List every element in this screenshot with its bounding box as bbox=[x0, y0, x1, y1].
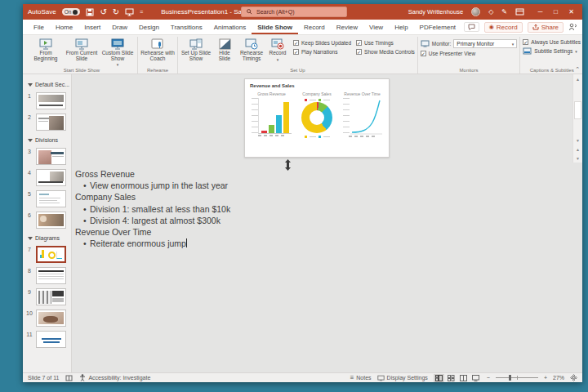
tab-insert[interactable]: Insert bbox=[78, 20, 106, 34]
section-default[interactable]: Default Sec... bbox=[23, 79, 71, 90]
record-button-label: Record bbox=[497, 24, 518, 31]
slide-show-view-button[interactable] bbox=[470, 374, 481, 382]
tab-record[interactable]: Record bbox=[298, 20, 331, 34]
minimize-button[interactable]: ─ bbox=[532, 4, 548, 20]
diamond-icon[interactable]: ◇ bbox=[488, 8, 493, 16]
keep-slides-updated-checkbox[interactable]: ✓ Keep Slides Updated bbox=[293, 40, 351, 46]
autosave-label: AutoSave bbox=[28, 8, 56, 16]
slide-sorter-view-button[interactable] bbox=[446, 374, 457, 382]
scrollbar-thumb[interactable] bbox=[574, 101, 581, 119]
autosave-toggle[interactable]: On bbox=[62, 8, 81, 16]
slide-thumbnail-3[interactable]: 3 bbox=[23, 148, 71, 165]
zoom-level[interactable]: 27% bbox=[553, 375, 564, 381]
slide-thumbnail-6[interactable]: 6 bbox=[23, 212, 71, 229]
subtitle-settings-button[interactable]: Subtitle Settings ▾ bbox=[523, 47, 577, 55]
present-icon[interactable] bbox=[125, 8, 134, 16]
tab-view[interactable]: View bbox=[363, 20, 389, 34]
use-timings-checkbox[interactable]: ✓ Use Timings bbox=[356, 40, 415, 46]
customize-qat-button[interactable]: = bbox=[140, 8, 143, 16]
zoom-in-button[interactable]: + bbox=[544, 375, 547, 381]
collapse-ribbon-button[interactable]: ⌃ bbox=[575, 66, 580, 73]
previous-slide-button[interactable]: ▲ bbox=[573, 145, 582, 154]
slide-thumbnail-4[interactable]: 4 bbox=[23, 169, 71, 186]
avatar[interactable] bbox=[471, 7, 480, 16]
vertical-scrollbar[interactable]: ▲ ▼ ▲ ▼ bbox=[572, 74, 582, 163]
tab-home[interactable]: Home bbox=[50, 20, 78, 34]
comments-button[interactable] bbox=[464, 22, 479, 32]
tab-animations[interactable]: Animations bbox=[208, 20, 252, 34]
slide-thumbnail-9[interactable]: 9 bbox=[23, 288, 71, 305]
tab-draw[interactable]: Draw bbox=[106, 20, 133, 34]
ribbon-display-options-icon[interactable] bbox=[515, 8, 524, 16]
pencil-icon[interactable]: ✎ bbox=[501, 8, 507, 16]
slide-thumbnail-11[interactable]: 11 bbox=[23, 331, 71, 348]
next-slide-button[interactable]: ▼ bbox=[573, 154, 582, 163]
undo-button[interactable]: ↺ bbox=[100, 8, 106, 16]
use-presenter-view-checkbox[interactable]: ✓ Use Presenter View bbox=[421, 51, 475, 56]
slide-thumbnail-1[interactable]: 1 bbox=[23, 92, 71, 109]
always-use-subtitles-checkbox[interactable]: ✓ Always Use Subtitles bbox=[523, 39, 581, 45]
share-button[interactable]: Share bbox=[528, 22, 564, 33]
slide-thumbnail-10[interactable]: 10 bbox=[23, 310, 71, 327]
maximize-button[interactable]: □ bbox=[548, 4, 564, 20]
tab-help[interactable]: Help bbox=[389, 20, 413, 34]
slide-image[interactable]: Revenue and Sales Gross Revenue bbox=[244, 78, 390, 158]
zoom-slider[interactable] bbox=[496, 377, 538, 378]
play-narrations-label: Play Narrations bbox=[301, 49, 337, 55]
from-beginning-icon bbox=[39, 38, 52, 50]
save-icon[interactable] bbox=[86, 8, 94, 16]
notes-toggle-button[interactable]: ≡ Notes bbox=[350, 374, 372, 381]
zoom-slider-thumb[interactable] bbox=[509, 375, 511, 381]
tab-pdfelement[interactable]: PDFelement bbox=[414, 20, 461, 34]
scroll-up-button[interactable]: ▲ bbox=[573, 74, 582, 83]
display-settings-button[interactable]: Display Settings bbox=[377, 375, 428, 381]
rehearse-with-coach-button[interactable]: Rehearse with Coach bbox=[140, 37, 175, 61]
slide-thumbnail-8[interactable]: 8 bbox=[23, 267, 71, 284]
checkbox-checked-icon: ✓ bbox=[356, 40, 362, 46]
slide-thumbnail-5[interactable]: 5 bbox=[23, 190, 71, 207]
slide-thumbnail-7-selected[interactable]: 7 bbox=[23, 246, 71, 263]
subtitle-settings-icon bbox=[523, 47, 532, 55]
hide-slide-button[interactable]: Hide Slide bbox=[213, 37, 236, 61]
document-title[interactable]: BusinessPresentation1 - Saved bbox=[161, 8, 252, 16]
accessibility-label: Accessibility: Investigate bbox=[88, 375, 150, 381]
tab-transitions[interactable]: Transitions bbox=[165, 20, 208, 34]
tab-file[interactable]: File bbox=[28, 20, 50, 34]
set-up-slide-show-button[interactable]: Set Up Slide Show bbox=[180, 37, 212, 61]
normal-view-button[interactable] bbox=[434, 374, 444, 382]
section-divisions[interactable]: Divisions bbox=[23, 135, 71, 145]
play-narrations-checkbox[interactable]: ✓ Play Narrations bbox=[293, 49, 351, 55]
from-current-slide-button[interactable]: From Current Slide bbox=[65, 37, 99, 61]
record-ribbon-button[interactable]: Record ▾ bbox=[267, 37, 288, 62]
from-beginning-button[interactable]: From Beginning bbox=[29, 37, 63, 61]
fit-to-window-icon[interactable] bbox=[570, 374, 577, 381]
search-icon bbox=[247, 9, 252, 15]
notes-text-area[interactable]: Gross Revenue •View enormous jump in the… bbox=[75, 168, 345, 249]
bullet-glyph: • bbox=[82, 180, 90, 191]
section-collapse-icon bbox=[28, 139, 33, 142]
record-button[interactable]: ◉ Record bbox=[484, 22, 523, 33]
presenter-coach-icon[interactable] bbox=[568, 23, 577, 31]
redo-button[interactable]: ↻ bbox=[113, 8, 119, 16]
scroll-down-button[interactable]: ▼ bbox=[573, 136, 582, 145]
tab-design[interactable]: Design bbox=[133, 20, 165, 34]
user-name[interactable]: Sandy Writtenhouse bbox=[408, 8, 463, 16]
monitor-dropdown[interactable]: Primary Monitor ▾ bbox=[453, 39, 517, 48]
notes-page-canvas[interactable]: Revenue and Sales Gross Revenue bbox=[72, 74, 582, 372]
zoom-out-button[interactable]: − bbox=[487, 375, 490, 381]
tab-review[interactable]: Review bbox=[331, 20, 363, 34]
bar-yellow bbox=[283, 102, 289, 133]
section-diagrams[interactable]: Diagrams bbox=[23, 233, 71, 243]
slide-thumbnail-2[interactable]: 2 bbox=[23, 114, 71, 131]
checkbox-checked-icon: ✓ bbox=[293, 49, 299, 55]
scrollbar-track[interactable] bbox=[573, 83, 582, 136]
accessibility-status[interactable]: Accessibility: Investigate bbox=[79, 374, 150, 381]
rehearse-timings-button[interactable]: Rehearse Timings bbox=[238, 37, 265, 61]
tab-slide-show[interactable]: Slide Show bbox=[252, 20, 298, 34]
reading-view-button[interactable] bbox=[458, 374, 469, 382]
show-media-controls-checkbox[interactable]: ✓ Show Media Controls bbox=[356, 49, 415, 55]
close-button[interactable]: ✕ bbox=[564, 4, 579, 20]
language-book-icon[interactable] bbox=[65, 375, 73, 381]
search-input[interactable]: Search (Alt+Q) bbox=[241, 7, 347, 17]
custom-slide-show-button[interactable]: Custom Slide Show ▾ bbox=[100, 37, 135, 67]
